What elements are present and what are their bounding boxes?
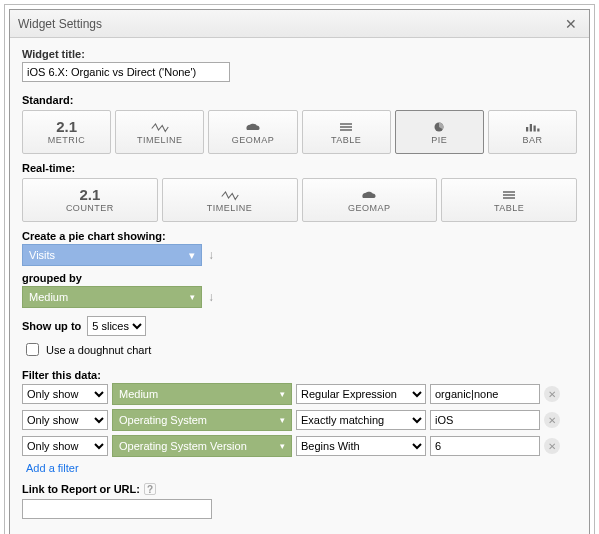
rt-geomap[interactable]: GEOMAP (302, 178, 438, 222)
dialog-header: Widget Settings ✕ (10, 10, 589, 38)
reorder-handle[interactable]: ↓ (208, 290, 214, 304)
widget-settings-dialog: Widget Settings ✕ Widget title: Standard… (9, 9, 590, 534)
realtime-label: Real-time: (22, 162, 577, 174)
filter-value-input[interactable] (430, 436, 540, 456)
svg-rect-4 (526, 127, 528, 132)
filter-value-input[interactable] (430, 384, 540, 404)
filter-dimension-select[interactable]: Operating System▾ (112, 409, 292, 431)
remove-filter-icon[interactable]: ✕ (544, 412, 560, 428)
timeline-icon (221, 188, 239, 202)
chevron-down-icon: ▾ (190, 292, 195, 302)
geomap-icon (360, 188, 378, 202)
filter-mode-select[interactable]: Only show (22, 436, 108, 456)
type-pie[interactable]: PIE (395, 110, 484, 154)
filter-match-select[interactable]: Begins With (296, 436, 426, 456)
pie-showing-label: Create a pie chart showing: (22, 230, 577, 242)
filter-mode-select[interactable]: Only show (22, 410, 108, 430)
pie-metric-select[interactable]: Visits ▾ (22, 244, 202, 266)
close-icon[interactable]: ✕ (561, 14, 581, 34)
type-timeline[interactable]: TIMELINE (115, 110, 204, 154)
pie-dimension-select[interactable]: Medium ▾ (22, 286, 202, 308)
filter-dimension-select[interactable]: Medium▾ (112, 383, 292, 405)
rt-counter[interactable]: 2.1 COUNTER (22, 178, 158, 222)
bar-icon (523, 120, 541, 134)
filter-header: Filter this data: (22, 369, 577, 381)
rt-timeline[interactable]: TIMELINE (162, 178, 298, 222)
table-icon (500, 188, 518, 202)
link-report-label: Link to Report or URL: (22, 483, 140, 495)
svg-rect-6 (534, 125, 536, 131)
standard-type-row: 2.1 METRIC TIMELINE GEOMAP TABLE PIE (22, 110, 577, 154)
table-icon (337, 120, 355, 134)
rt-table[interactable]: TABLE (441, 178, 577, 222)
svg-rect-5 (530, 124, 532, 132)
widget-title-input[interactable] (22, 62, 230, 82)
type-geomap[interactable]: GEOMAP (208, 110, 297, 154)
realtime-type-row: 2.1 COUNTER TIMELINE GEOMAP TABLE (22, 178, 577, 222)
timeline-icon (151, 120, 169, 134)
filter-row: Only showOperating System Version▾Begins… (22, 435, 577, 457)
remove-filter-icon[interactable]: ✕ (544, 438, 560, 454)
doughnut-checkbox[interactable] (26, 343, 39, 356)
widget-title-label: Widget title: (22, 48, 577, 60)
remove-filter-icon[interactable]: ✕ (544, 386, 560, 402)
type-metric[interactable]: 2.1 METRIC (22, 110, 111, 154)
filter-mode-select[interactable]: Only show (22, 384, 108, 404)
help-icon[interactable]: ? (144, 483, 156, 495)
type-bar[interactable]: BAR (488, 110, 577, 154)
slices-select[interactable]: 5 slices (87, 316, 146, 336)
filter-match-select[interactable]: Regular Expression (296, 384, 426, 404)
chevron-down-icon: ▾ (280, 441, 285, 451)
dialog-title: Widget Settings (18, 17, 102, 31)
reorder-handle[interactable]: ↓ (208, 248, 214, 262)
add-filter-link[interactable]: Add a filter (26, 462, 79, 474)
filter-match-select[interactable]: Exactly matching (296, 410, 426, 430)
link-report-input[interactable] (22, 499, 212, 519)
geomap-icon (244, 120, 262, 134)
doughnut-label: Use a doughnut chart (46, 344, 151, 356)
filter-value-input[interactable] (430, 410, 540, 430)
standard-label: Standard: (22, 94, 577, 106)
chevron-down-icon: ▾ (280, 415, 285, 425)
show-up-to-label: Show up to (22, 320, 81, 332)
filter-row: Only showMedium▾Regular Expression✕ (22, 383, 577, 405)
pie-icon (430, 120, 448, 134)
type-table[interactable]: TABLE (302, 110, 391, 154)
svg-rect-7 (538, 128, 540, 131)
filter-row: Only showOperating System▾Exactly matchi… (22, 409, 577, 431)
filter-dimension-select[interactable]: Operating System Version▾ (112, 435, 292, 457)
chevron-down-icon: ▾ (280, 389, 285, 399)
grouped-by-label: grouped by (22, 272, 577, 284)
chevron-down-icon: ▾ (189, 249, 195, 262)
